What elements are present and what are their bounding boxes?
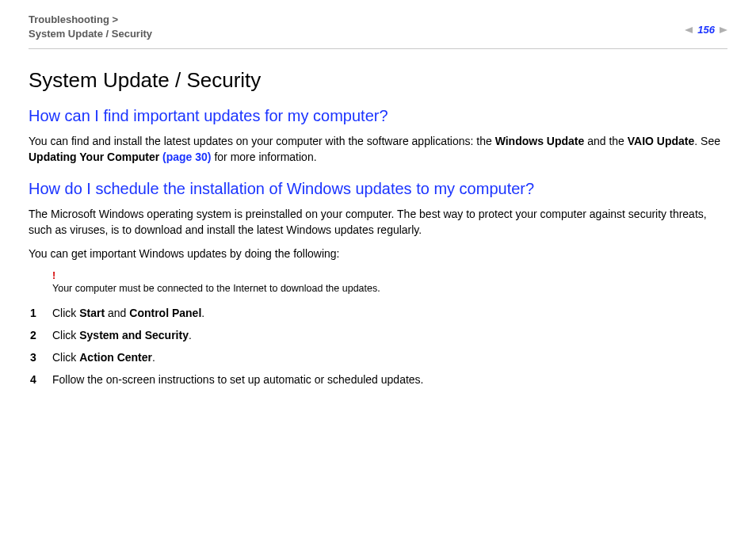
section2-heading: How do I schedule the installation of Wi… — [29, 180, 727, 198]
next-page-icon[interactable] — [720, 27, 727, 33]
text-fragment: . — [201, 307, 204, 319]
step-item: 4 Follow the on-screen instructions to s… — [29, 372, 727, 387]
breadcrumb: Troubleshooting > System Update / Securi… — [29, 13, 152, 40]
step-text: Click System and Security. — [52, 327, 192, 343]
step-number: 3 — [30, 349, 52, 365]
text-fragment: for more information. — [212, 151, 317, 163]
section2: How do I schedule the installation of Wi… — [29, 180, 727, 388]
page-number-area: 156 — [685, 24, 727, 36]
alert-icon: ! — [52, 270, 727, 281]
text-fragment: . See — [694, 135, 720, 147]
text-fragment: You can find and install the latest upda… — [29, 135, 495, 147]
text-fragment: Click — [52, 307, 79, 319]
text-fragment: Click — [52, 351, 79, 364]
step-text: Click Start and Control Panel. — [52, 305, 204, 321]
text-fragment: Click — [52, 329, 79, 341]
text-fragment: Follow the on-screen instructions to set… — [52, 373, 423, 386]
alert-note: ! Your computer must be connected to the… — [52, 270, 727, 294]
page-header: Troubleshooting > System Update / Securi… — [0, 0, 756, 48]
page-content: System Update / Security How can I find … — [0, 49, 756, 414]
section1-paragraph: You can find and install the latest upda… — [29, 133, 727, 166]
step-number: 4 — [30, 372, 52, 387]
text-fragment: . — [189, 329, 192, 341]
step-item: 1 Click Start and Control Panel. — [29, 305, 727, 321]
step-item: 2 Click System and Security. — [29, 327, 727, 343]
text-fragment: and — [105, 307, 129, 319]
page-title: System Update / Security — [29, 68, 727, 93]
section2-paragraph2: You can get important Windows updates by… — [29, 246, 727, 261]
prev-page-icon[interactable] — [685, 27, 693, 33]
step-text: Click Action Center. — [52, 349, 155, 365]
text-bold: Start — [79, 307, 105, 319]
step-number: 2 — [30, 327, 52, 343]
section1-heading: How can I find important updates for my … — [29, 107, 727, 125]
text-bold: Action Center — [79, 351, 152, 364]
page-number: 156 — [697, 24, 715, 36]
text-bold: Windows Update — [495, 135, 585, 147]
text-bold: Updating Your Computer — [29, 151, 162, 163]
step-item: 3 Click Action Center. — [29, 349, 727, 365]
breadcrumb-line2: System Update / Security — [29, 27, 152, 41]
breadcrumb-line1: Troubleshooting > — [29, 13, 152, 27]
text-fragment: . — [152, 351, 155, 364]
text-bold: System and Security — [79, 329, 189, 341]
text-bold: Control Panel — [129, 307, 201, 319]
alert-text: Your computer must be connected to the I… — [52, 283, 380, 294]
text-fragment: and the — [584, 135, 628, 147]
step-text: Follow the on-screen instructions to set… — [52, 372, 423, 387]
text-bold: VAIO Update — [628, 135, 695, 147]
section2-paragraph1: The Microsoft Windows operating system i… — [29, 206, 727, 238]
steps-list: 1 Click Start and Control Panel. 2 Click… — [29, 305, 727, 388]
step-number: 1 — [30, 305, 52, 321]
page-reference-link[interactable]: (page 30) — [162, 151, 211, 163]
